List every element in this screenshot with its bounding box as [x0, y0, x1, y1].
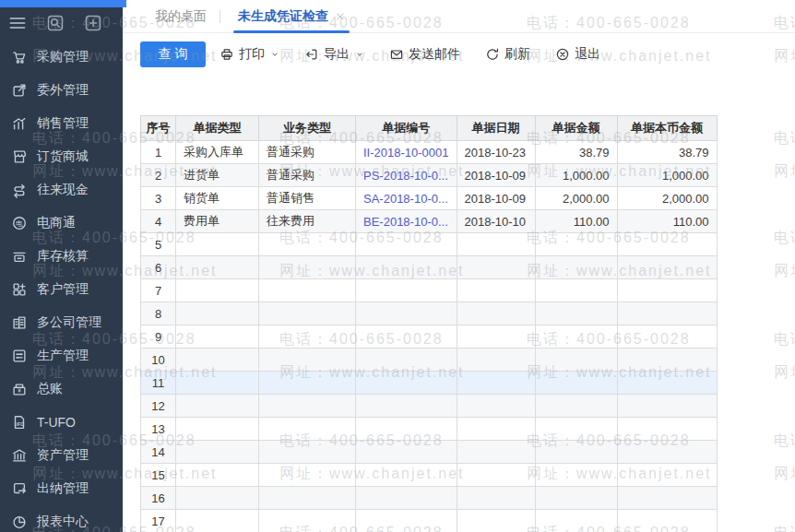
- cell-doc_type[interactable]: [176, 510, 259, 532]
- cell-amount[interactable]: 110.00: [535, 210, 617, 233]
- cell-seq[interactable]: 1: [141, 141, 176, 164]
- table-row[interactable]: 15: [141, 464, 718, 487]
- cell-biz_type[interactable]: [259, 395, 356, 418]
- sidebar-item-ordering-mall[interactable]: 订货商城: [0, 140, 123, 173]
- cell-biz_type[interactable]: [259, 441, 356, 464]
- cell-seq[interactable]: 16: [141, 487, 176, 510]
- cell-seq[interactable]: 8: [141, 302, 176, 325]
- cell-amount[interactable]: [535, 441, 617, 464]
- cell-doc_date[interactable]: [457, 233, 535, 256]
- query-button[interactable]: 查 询: [140, 41, 206, 67]
- cell-doc_no[interactable]: II-2018-10-0001: [356, 141, 457, 164]
- cell-doc_type[interactable]: [176, 349, 259, 372]
- cell-amount[interactable]: [535, 302, 617, 325]
- sidebar-item-multi-company[interactable]: 多公司管理: [0, 306, 123, 339]
- cell-doc_date[interactable]: [457, 302, 535, 325]
- table-row[interactable]: 9: [141, 325, 718, 349]
- cell-doc_date[interactable]: [457, 372, 535, 395]
- cell-amount[interactable]: 1,000.00: [535, 164, 617, 187]
- table-row[interactable]: 8: [141, 302, 718, 325]
- cell-doc_date[interactable]: [457, 510, 535, 532]
- column-header-biz_type[interactable]: 业务类型: [259, 116, 356, 141]
- cell-doc_no[interactable]: [356, 233, 457, 256]
- cell-doc_no[interactable]: [356, 302, 457, 325]
- cell-amount_base[interactable]: [617, 325, 717, 349]
- cell-doc_type[interactable]: [176, 233, 259, 256]
- sidebar-item-purchase[interactable]: 采购管理: [0, 41, 123, 74]
- cell-amount_base[interactable]: [617, 233, 717, 256]
- new-tab-icon[interactable]: [84, 14, 102, 32]
- cell-amount[interactable]: [535, 372, 617, 395]
- sidebar-item-inventory-accounting[interactable]: 库存核算: [0, 240, 123, 273]
- cell-amount[interactable]: [535, 256, 617, 279]
- cell-doc_type[interactable]: 费用单: [176, 210, 259, 233]
- cell-doc_no[interactable]: [356, 372, 457, 395]
- sidebar-item-general-ledger[interactable]: ¥总账: [0, 372, 123, 406]
- cell-biz_type[interactable]: 往来费用: [259, 210, 356, 233]
- table-row[interactable]: 2进货单普通采购PS-2018-10-0...2018-10-091,000.0…: [141, 164, 718, 187]
- tab-voucher-check[interactable]: 未生成凭证检查: [233, 0, 350, 32]
- cell-doc_type[interactable]: 进货单: [176, 164, 259, 187]
- cell-seq[interactable]: 7: [141, 279, 176, 302]
- column-header-seq[interactable]: 序号: [141, 116, 176, 141]
- cell-doc_type[interactable]: [176, 279, 259, 302]
- cell-amount_base[interactable]: [617, 418, 717, 441]
- cell-doc_date[interactable]: [457, 418, 535, 441]
- cell-doc_no[interactable]: [356, 395, 457, 418]
- cell-doc_date[interactable]: [457, 487, 535, 510]
- sidebar-item-transactions-cash[interactable]: 往来现金: [0, 173, 123, 207]
- cell-amount[interactable]: [535, 464, 617, 487]
- sidebar-item-customer[interactable]: 客户管理: [0, 273, 123, 306]
- cell-amount_base[interactable]: 38.79: [617, 141, 717, 164]
- table-row[interactable]: 11: [141, 372, 718, 395]
- cell-biz_type[interactable]: [259, 325, 356, 349]
- cell-doc_no[interactable]: [356, 441, 457, 464]
- cell-doc_date[interactable]: [457, 279, 535, 302]
- cell-amount[interactable]: 2,000.00: [535, 187, 617, 210]
- cell-doc_date[interactable]: [457, 464, 535, 487]
- cell-biz_type[interactable]: [259, 418, 356, 441]
- cell-doc_no[interactable]: BE-2018-10-0...: [356, 210, 457, 233]
- cell-biz_type[interactable]: [259, 256, 356, 279]
- cell-seq[interactable]: 12: [141, 395, 176, 418]
- table-row[interactable]: 4费用单往来费用BE-2018-10-0...2018-10-10110.001…: [141, 210, 718, 233]
- cell-biz_type[interactable]: [259, 279, 356, 302]
- cell-doc_date[interactable]: 2018-10-09: [457, 164, 535, 187]
- cell-doc_no[interactable]: [356, 487, 457, 510]
- cell-doc_type[interactable]: [176, 441, 259, 464]
- document-link[interactable]: BE-2018-10-0...: [363, 215, 448, 229]
- cell-doc_no[interactable]: [356, 349, 457, 372]
- cell-amount_base[interactable]: [617, 395, 717, 418]
- close-icon[interactable]: [336, 12, 345, 21]
- cell-doc_date[interactable]: 2018-10-09: [457, 187, 535, 210]
- cell-doc_type[interactable]: 采购入库单: [176, 141, 259, 164]
- cell-doc_type[interactable]: [176, 372, 259, 395]
- table-row[interactable]: 17: [141, 510, 718, 532]
- cell-biz_type[interactable]: [259, 510, 356, 532]
- table-row[interactable]: 14: [141, 441, 718, 464]
- document-link[interactable]: PS-2018-10-0...: [363, 169, 448, 183]
- cell-biz_type[interactable]: [259, 349, 356, 372]
- cell-amount_base[interactable]: [617, 279, 717, 302]
- cell-biz_type[interactable]: [259, 233, 356, 256]
- cell-doc_type[interactable]: [176, 302, 259, 325]
- sidebar-item-production[interactable]: 生产管理: [0, 339, 123, 372]
- sidebar-item-cashier[interactable]: 出纳管理: [0, 472, 123, 505]
- export-button[interactable]: 导出: [304, 46, 364, 63]
- cell-biz_type[interactable]: 普通采购: [259, 164, 356, 187]
- cell-amount[interactable]: [535, 349, 617, 372]
- cell-doc_type[interactable]: [176, 487, 259, 510]
- sidebar-item-outsourcing[interactable]: 委外管理: [0, 74, 123, 107]
- cell-amount_base[interactable]: [617, 372, 717, 395]
- cell-doc_no[interactable]: [356, 464, 457, 487]
- cell-seq[interactable]: 17: [141, 510, 176, 532]
- cell-amount_base[interactable]: [617, 487, 717, 510]
- cell-doc_no[interactable]: [356, 510, 457, 532]
- cell-amount[interactable]: [535, 325, 617, 349]
- cell-doc_date[interactable]: 2018-10-10: [457, 210, 535, 233]
- table-row[interactable]: 7: [141, 279, 718, 302]
- cell-seq[interactable]: 10: [141, 349, 176, 372]
- sidebar-item-t-ufo[interactable]: UFOT-UFO: [0, 406, 123, 439]
- cell-amount_base[interactable]: [617, 302, 717, 325]
- cell-doc_date[interactable]: [457, 325, 535, 349]
